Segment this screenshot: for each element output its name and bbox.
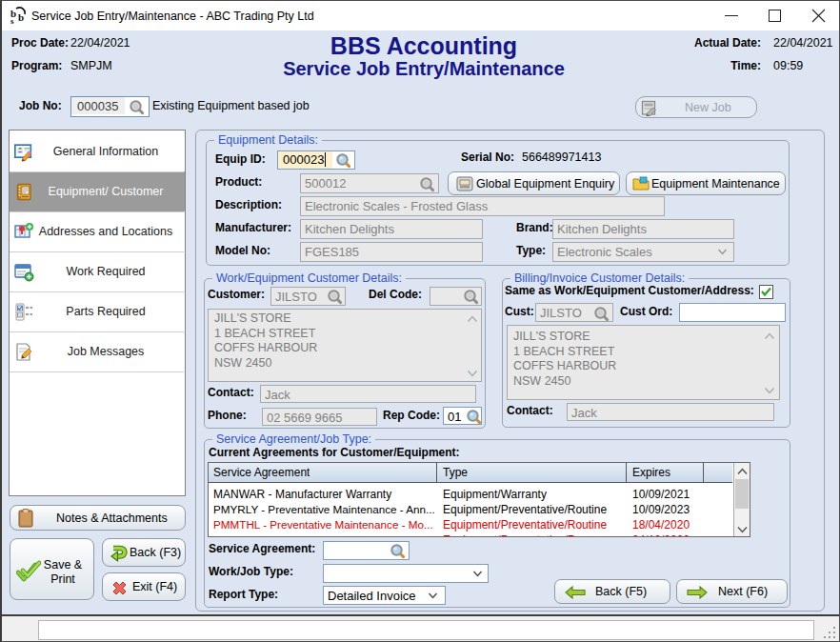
svg-text:s: s — [10, 16, 14, 24]
svg-text:b: b — [18, 11, 24, 23]
